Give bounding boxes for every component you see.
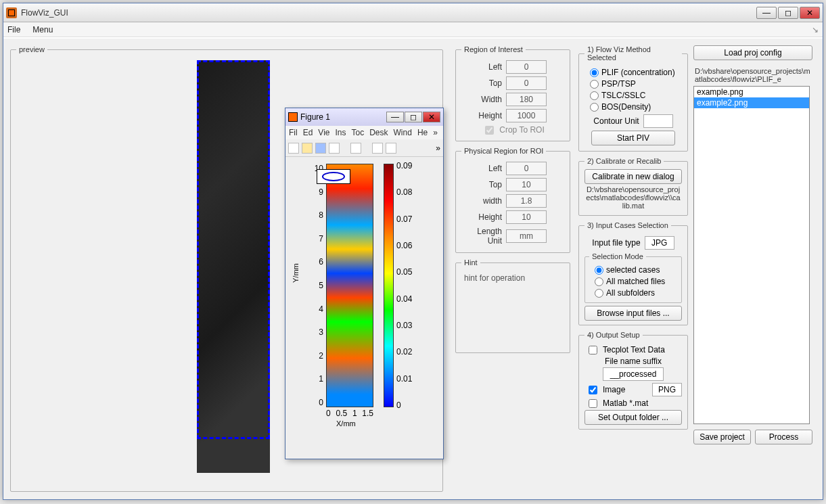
phys-top-input[interactable]: 10 xyxy=(506,178,547,191)
tecplot-checkbox[interactable] xyxy=(589,346,597,354)
main-window: FlowViz_GUI — ◻ ✕ File Menu ↘ preview Fi… xyxy=(3,3,823,500)
y-tick-labels: 109876543210 xyxy=(311,164,323,407)
menubar: File Menu ↘ xyxy=(3,22,823,37)
physical-roi-panel: Physical Region for ROI Left0 Top10 widt… xyxy=(455,147,570,253)
suffix-input[interactable] xyxy=(603,367,664,381)
preview-legend: preview xyxy=(16,45,47,53)
figure-window[interactable]: Figure 1 — ◻ ✕ Fil Ed Vie Ins Toc Desk xyxy=(285,108,444,459)
figure-close-button[interactable]: ✕ xyxy=(423,112,440,122)
phys-height-input[interactable]: 10 xyxy=(506,210,547,224)
radio-tslc[interactable] xyxy=(590,91,599,100)
image-checkbox[interactable] xyxy=(589,386,597,394)
roi-selection-box[interactable] xyxy=(197,60,270,439)
proj-path: D:\vbshare\opensource_projects\matlabcod… xyxy=(693,66,812,86)
output-panel: 4) Output Setup Tecplot Text Data File n… xyxy=(578,331,688,430)
print-icon[interactable] xyxy=(329,143,340,154)
pointer-icon[interactable] xyxy=(350,143,361,154)
new-icon[interactable] xyxy=(288,143,299,154)
load-proj-button[interactable]: Load proj config xyxy=(693,45,812,60)
process-button[interactable]: Process xyxy=(755,430,812,444)
roi-width-input[interactable]: 180 xyxy=(506,93,547,106)
content-area: preview Figure 1 — ◻ ✕ Fi xyxy=(3,39,823,499)
open-icon[interactable] xyxy=(302,143,313,154)
radio-plif[interactable] xyxy=(590,68,599,77)
brush-icon[interactable] xyxy=(386,143,396,154)
roi-top-input[interactable]: 0 xyxy=(506,76,547,90)
figure-toolbar: » xyxy=(285,139,443,157)
figure-maximize-button[interactable]: ◻ xyxy=(405,112,422,122)
menu-menu[interactable]: Menu xyxy=(32,25,53,35)
list-item[interactable]: example.png xyxy=(694,87,809,97)
browse-input-button[interactable]: Browse input files ... xyxy=(584,306,682,321)
phys-left-input[interactable]: 0 xyxy=(506,162,547,175)
calibrate-panel: 2) Calibrate or Recalib Calibrate in new… xyxy=(578,157,688,216)
figure-menubar: Fil Ed Vie Ins Toc Desk Wind He » xyxy=(285,126,443,139)
figure-minimize-button[interactable]: — xyxy=(386,112,404,122)
contour-unit-input[interactable] xyxy=(643,114,673,128)
heatmap-plot xyxy=(326,164,373,407)
maximize-button[interactable]: ◻ xyxy=(778,7,798,19)
y-axis-label: Y/mm xyxy=(292,263,300,283)
radio-selected-cases[interactable] xyxy=(595,266,603,275)
roi-height-input[interactable]: 1000 xyxy=(506,109,547,122)
image-format-input[interactable] xyxy=(652,383,682,396)
figure-title: Figure 1 xyxy=(300,112,386,122)
figure-icon xyxy=(288,112,298,122)
save-project-button[interactable]: Save project xyxy=(693,430,751,444)
menu-file[interactable]: File xyxy=(7,25,20,35)
file-list[interactable]: example.png example2.png xyxy=(693,86,810,424)
figure-menu-item[interactable]: Ins xyxy=(334,128,348,137)
figure-menu-item[interactable]: Ed xyxy=(301,128,315,137)
phys-width-input[interactable]: 1.8 xyxy=(506,194,547,208)
app-icon xyxy=(6,7,17,18)
colorbar-ticks: 0.090.080.070.060.050.040.030.020.010 xyxy=(396,161,412,410)
save-icon[interactable] xyxy=(315,143,326,154)
colorbar xyxy=(384,164,394,407)
radio-all-matched[interactable] xyxy=(595,277,603,286)
toolbar-chevron-icon[interactable]: » xyxy=(436,143,440,153)
hint-text: hint for operation xyxy=(461,271,564,285)
selection-mode-panel: Selection Mode selected cases All matche… xyxy=(584,252,682,303)
roi-panel: Region of Interest Left0 Top0 Width180 H… xyxy=(455,45,570,141)
method-panel: 1) Flow Viz Method Selected PLIF (concen… xyxy=(578,45,688,152)
filetype-input[interactable] xyxy=(645,236,674,250)
start-piv-button[interactable]: Start PIV xyxy=(591,131,675,145)
figure-menu-item[interactable]: Vie xyxy=(316,128,331,137)
calib-legend: 2) Calibrate or Recalib xyxy=(584,157,664,165)
hint-legend: Hint xyxy=(461,258,480,267)
phys-unit-input[interactable]: mm xyxy=(506,229,547,243)
radio-all-subfolders[interactable] xyxy=(595,289,603,298)
radio-psp[interactable] xyxy=(590,80,599,89)
set-output-folder-button[interactable]: Set Output folder ... xyxy=(584,410,682,425)
figure-menu-chevron-icon[interactable]: » xyxy=(431,128,440,137)
x-axis-label: X/mm xyxy=(336,419,356,428)
calibrate-button[interactable]: Calibrate in new dialog xyxy=(584,169,682,184)
matlab-checkbox[interactable] xyxy=(589,399,597,408)
hint-panel: Hint hint for operation xyxy=(455,258,570,353)
roi-left-input[interactable]: 0 xyxy=(506,60,547,74)
close-button[interactable]: ✕ xyxy=(800,7,820,19)
roi-legend: Region of Interest xyxy=(461,45,526,53)
zoom-icon[interactable] xyxy=(372,143,383,154)
calib-path: D:\vbshare\opensource_projects\matlabcod… xyxy=(584,184,682,211)
figure-menu-item[interactable]: Desk xyxy=(367,128,390,137)
x-tick-labels: 00.511.5 xyxy=(326,409,373,418)
figure-menu-item[interactable]: Wind xyxy=(392,128,414,137)
input-cases-panel: 3) Input Cases Selection Input file type… xyxy=(578,221,688,325)
menu-expand-icon[interactable]: ↘ xyxy=(812,25,819,35)
phys-legend: Physical Region for ROI xyxy=(461,147,546,155)
minimize-button[interactable]: — xyxy=(756,7,777,19)
titlebar[interactable]: FlowViz_GUI — ◻ ✕ xyxy=(3,3,823,22)
window-title: FlowViz_GUI xyxy=(21,8,756,18)
list-item[interactable]: example2.png xyxy=(694,97,809,108)
figure-menu-item[interactable]: Fil xyxy=(287,128,300,137)
output-legend: 4) Output Setup xyxy=(584,331,643,339)
plot-legend-box[interactable] xyxy=(317,169,350,184)
radio-bos[interactable] xyxy=(590,103,599,112)
figure-menu-item[interactable]: Toc xyxy=(350,128,367,137)
input-legend: 3) Input Cases Selection xyxy=(584,221,671,229)
figure-axes[interactable]: 109876543210 00.511.5 Y/mm X/mm 0.090.08… xyxy=(285,157,443,455)
crop-to-roi-checkbox[interactable] xyxy=(485,126,494,135)
figure-menu-item[interactable]: He xyxy=(415,128,430,137)
figure-titlebar[interactable]: Figure 1 — ◻ ✕ xyxy=(285,108,443,126)
